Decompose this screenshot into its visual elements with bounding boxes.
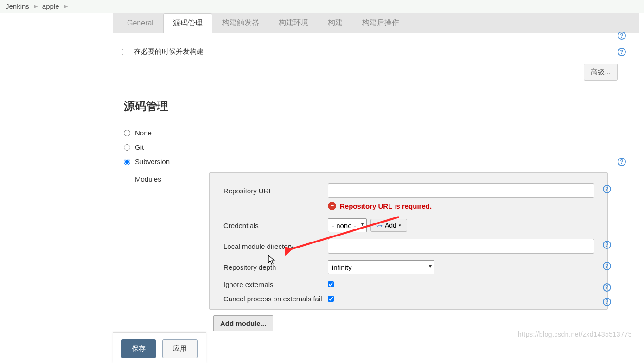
cancel-ext-label: Cancel process on externals fail [223,295,328,303]
modules-row: Modules Repository URL ? Repository URL … [124,172,628,331]
add-module-button[interactable]: Add module... [213,315,273,331]
tab-triggers[interactable]: 构建触发器 [212,13,269,33]
help-icon[interactable]: ? [603,185,611,193]
modules-label: Modules [135,172,214,183]
credentials-select[interactable]: - none - [328,218,367,232]
scm-svn-label: Subversion [135,158,170,166]
tab-scm[interactable]: 源码管理 [163,13,212,33]
breadcrumb-sep-icon: ▶ [34,3,38,9]
key-icon: ⊶ [376,222,383,229]
breadcrumb-project[interactable]: apple [42,2,59,10]
repo-url-label: Repository URL [223,187,328,195]
help-icon[interactable]: ? [603,283,611,292]
ignore-ext-label: Ignore externals [223,280,328,288]
concurrent-build-checkbox[interactable] [122,49,128,55]
advanced-button[interactable]: 高级... [584,64,618,81]
cancel-ext-checkbox[interactable] [328,296,334,302]
apply-button[interactable]: 应用 [162,339,198,341]
scm-section: 源码管理 None Git Subversion ? Modules Repos… [113,89,639,341]
footer-bar: 保存 应用 [113,332,206,341]
tab-general[interactable]: General [117,14,163,32]
scm-title: 源码管理 [124,99,628,114]
ignore-ext-checkbox[interactable] [328,281,334,287]
config-tabs: General 源码管理 构建触发器 构建环境 构建 构建后操作 [113,13,639,33]
help-icon[interactable]: ? [603,298,611,306]
error-icon [328,202,336,210]
concurrent-build-label: 在必要的时候并发构建 [134,47,204,56]
chevron-down-icon: ▾ [399,223,401,228]
credentials-label: Credentials [223,222,328,229]
local-dir-label: Local module directory [223,242,328,250]
general-options-tail: ? 在必要的时候并发构建 ? 高级... [113,33,639,89]
depth-label: Repository depth [223,263,328,271]
scm-radio-svn[interactable] [124,159,130,165]
breadcrumb: Jenkins ▶ apple ▶ [0,0,644,13]
tab-build[interactable]: 构建 [318,13,352,33]
tab-env[interactable]: 构建环境 [269,13,318,33]
add-credentials-button[interactable]: ⊶ Add ▾ [370,219,407,232]
tab-post[interactable]: 构建后操作 [352,13,409,33]
save-button[interactable]: 保存 [121,339,156,341]
scm-git-label: Git [135,143,144,151]
depth-select[interactable]: infinity [328,260,434,274]
help-icon[interactable]: ? [603,241,611,249]
content: General 源码管理 构建触发器 构建环境 构建 构建后操作 ? 在必要的时… [113,13,639,341]
repo-url-error: Repository URL is required. [340,202,432,210]
add-btn-label: Add [385,222,396,229]
breadcrumb-root[interactable]: Jenkins [6,2,29,10]
help-icon[interactable]: ? [618,158,626,166]
help-icon[interactable]: ? [603,262,611,270]
scm-radio-git[interactable] [124,144,130,151]
help-icon[interactable]: ? [618,32,626,40]
scm-none-label: None [135,129,152,137]
help-icon[interactable]: ? [618,48,626,56]
local-dir-input[interactable] [328,239,594,254]
modules-panel: Repository URL ? Repository URL is requi… [209,172,608,310]
breadcrumb-sep-icon: ▶ [64,3,68,9]
scm-radio-none[interactable] [124,130,130,136]
repo-url-input[interactable] [328,183,594,198]
